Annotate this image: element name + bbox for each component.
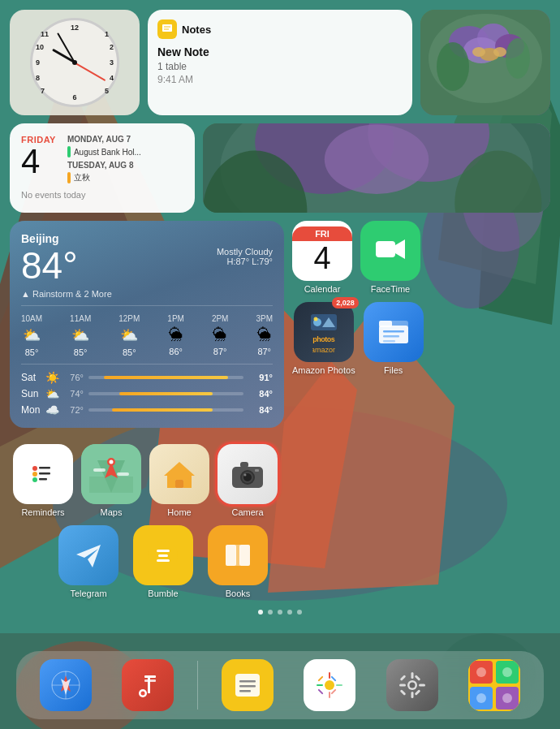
weather-bar-sun — [88, 392, 243, 395]
weather-condition: Mostly Cloudy — [217, 247, 273, 257]
dock-app-safari[interactable] — [29, 659, 102, 711]
weather-hour-5: 3PM 🌦 87° — [256, 314, 273, 357]
clock-num-5: 5 — [105, 87, 109, 95]
photo-widget[interactable] — [420, 10, 550, 115]
weather-range: H:87° L:79° — [217, 257, 273, 266]
amazon-photos-icon: 2,028 photos amazon — [294, 302, 354, 362]
svg-rect-76 — [157, 559, 170, 562]
svg-rect-95 — [329, 672, 330, 679]
svg-rect-70 — [240, 462, 248, 468]
svg-rect-112 — [414, 689, 420, 696]
svg-point-121 — [502, 693, 512, 703]
app-bumble[interactable]: Bumble — [133, 525, 193, 598]
page-dot-5[interactable] — [297, 610, 302, 615]
reminders-label: Reminders — [21, 507, 64, 517]
svg-rect-44 — [379, 321, 392, 327]
weather-hour-4: 2PM 🌦 87° — [212, 314, 229, 357]
weather-daily: Sat ☀️ 76° 91° Sun ⛅ 74° 84° — [21, 371, 273, 416]
svg-rect-92 — [239, 685, 256, 688]
right-apps-column: FRI 4 Calendar FaceTime — [292, 221, 424, 436]
files-app-label: Files — [384, 365, 403, 375]
files-app-icon — [364, 302, 424, 362]
calendar-icon-header: FRI — [292, 226, 352, 241]
apps-row-3: Reminders Maps — [10, 444, 550, 517]
app-maps[interactable]: Maps — [81, 444, 141, 517]
books-app-icon — [208, 525, 268, 585]
weather-widget[interactable]: Beijing 84° Mostly Cloudy H:87° L:79° ▲ … — [10, 221, 284, 428]
calendar-app-icon: FRI 4 — [292, 221, 352, 281]
apps-row-4: Telegram Bumble B — [10, 525, 550, 598]
svg-rect-71 — [255, 469, 259, 472]
svg-point-26 — [493, 47, 506, 57]
svg-point-51 — [32, 472, 37, 477]
weather-divider-1 — [21, 305, 273, 306]
notes-app-icon — [157, 19, 177, 39]
app-telegram[interactable]: Telegram — [58, 525, 118, 598]
app-facetime[interactable]: FaceTime — [360, 221, 420, 294]
weather-details: Mostly Cloudy H:87° L:79° — [217, 247, 273, 266]
photos-dock-icon — [304, 659, 355, 711]
svg-point-49 — [32, 466, 37, 471]
app-books[interactable]: Books — [208, 525, 268, 598]
calendar-widget[interactable]: FRIDAY 4 MONDAY, AUG 7 August Bank Hol..… — [10, 123, 195, 213]
svg-rect-75 — [158, 554, 168, 557]
calendar-no-events: No events today — [21, 190, 183, 200]
dock-app-notes[interactable] — [211, 659, 284, 711]
svg-rect-78 — [239, 545, 250, 566]
dock-app-settings[interactable] — [376, 659, 449, 711]
weather-temperature: 84° — [21, 247, 78, 284]
weather-hourly: 10AM ⛅ 85° 11AM ⛅ 85° 12PM ⛅ 85° 1PM 🌦 — [21, 314, 273, 357]
facetime-app-icon — [360, 221, 420, 281]
clock-num-6: 6 — [72, 93, 76, 101]
notes-dock-icon — [222, 659, 274, 711]
page-dot-3[interactable] — [278, 610, 282, 615]
camera-app-icon — [218, 444, 278, 504]
page-dot-1[interactable] — [258, 610, 263, 615]
notes-item-time: 9:41 AM — [157, 74, 403, 85]
clock-num-4: 4 — [110, 74, 114, 82]
app-amazon-photos[interactable]: 2,028 photos amazon — [292, 302, 355, 375]
calendar-date-display: FRIDAY 4 — [21, 135, 56, 185]
app-reminders[interactable]: Reminders — [13, 444, 73, 517]
calendar-day-number: 4 — [21, 145, 56, 179]
page-dot-4[interactable] — [287, 610, 292, 615]
svg-rect-64 — [175, 480, 183, 488]
cal-date-aug7: MONDAY, AUG 7 — [67, 135, 183, 144]
second-widgets-row: FRIDAY 4 MONDAY, AUG 7 August Bank Hol..… — [10, 123, 550, 213]
clock-widget[interactable]: 12 1 2 3 4 5 6 7 8 9 10 11 — [10, 10, 140, 115]
telegram-app-icon — [58, 525, 118, 585]
dock-app-game[interactable] — [459, 659, 532, 711]
clock-num-11: 11 — [41, 30, 49, 38]
svg-rect-57 — [89, 477, 133, 493]
svg-rect-107 — [399, 684, 406, 687]
app-calendar[interactable]: FRI 4 Calendar — [292, 221, 352, 294]
dock-app-photos[interactable] — [294, 659, 367, 711]
svg-rect-101 — [331, 675, 337, 681]
bumble-app-icon — [133, 525, 193, 585]
svg-rect-47 — [383, 340, 395, 343]
app-files[interactable]: Files — [364, 302, 424, 375]
svg-rect-98 — [336, 684, 342, 686]
weather-hour-1: 11AM ⛅ 85° — [70, 314, 91, 357]
clock-num-2: 2 — [110, 43, 114, 51]
cal-event-2-dot — [67, 172, 71, 183]
svg-rect-110 — [399, 689, 406, 696]
svg-rect-13 — [162, 24, 172, 32]
notes-widget[interactable]: Notes New Note 1 table 9:41 AM — [148, 10, 412, 115]
svg-rect-54 — [39, 478, 47, 481]
dock-app-music[interactable] — [112, 659, 185, 711]
photo-widget-2[interactable] — [203, 123, 550, 213]
weather-alert: ▲ Rainstorm & 2 More — [21, 289, 273, 299]
page-dot-2[interactable] — [268, 610, 273, 615]
calendar-app-label: Calendar — [304, 284, 341, 294]
svg-point-31 — [325, 125, 429, 195]
clock-num-12: 12 — [71, 24, 79, 32]
facetime-app-label: FaceTime — [371, 284, 411, 294]
weather-city: Beijing — [21, 232, 273, 245]
app-home[interactable]: Home — [149, 444, 209, 517]
svg-point-69 — [244, 474, 247, 477]
svg-rect-87 — [148, 675, 150, 693]
app-camera[interactable]: Camera — [218, 444, 278, 517]
settings-dock-icon — [386, 659, 438, 711]
weather-hour-0: 10AM ⛅ 85° — [21, 314, 42, 357]
